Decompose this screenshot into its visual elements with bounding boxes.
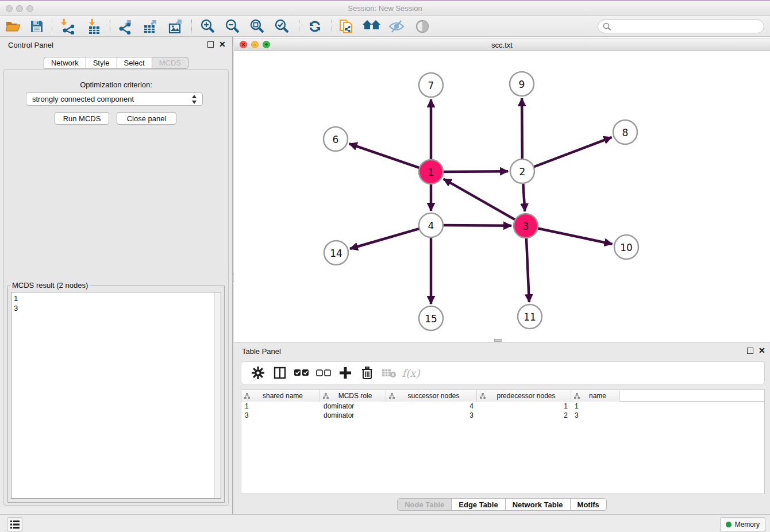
table-row[interactable]: 3dominator323: [241, 411, 764, 420]
graph-node-label-14: 14: [330, 248, 342, 259]
graph-edge-2-8[interactable]: [533, 137, 612, 167]
close-panel-button[interactable]: Close panel: [117, 112, 176, 125]
column-header-successor-nodes[interactable]: successor nodes: [386, 390, 477, 402]
memory-label: Memory: [735, 521, 760, 529]
network-graph[interactable]: 7968124314101511: [234, 51, 770, 342]
graph-edge-3-1[interactable]: [444, 179, 517, 220]
trash-icon[interactable]: [356, 364, 378, 381]
table-cell[interactable]: dominator: [320, 402, 386, 411]
node-table[interactable]: shared nameMCDS rolesuccessor nodesprede…: [241, 390, 765, 494]
mcds-result-textarea[interactable]: 1 3: [11, 292, 221, 499]
network-canvas[interactable]: 7968124314101511: [234, 51, 770, 342]
network-from-file-icon[interactable]: [337, 18, 356, 34]
export-network-icon[interactable]: [116, 18, 135, 34]
optimization-label: Optimization criterion:: [4, 80, 228, 89]
memory-button[interactable]: Memory: [720, 517, 765, 531]
os-titlebar: Session: New Session: [0, 1, 770, 16]
tab-mcds[interactable]: MCDS: [152, 57, 188, 69]
graph-edge-1-2[interactable]: [442, 171, 508, 172]
split-columns-icon[interactable]: [269, 364, 291, 381]
table-panel-title: Table Panel: [242, 347, 281, 356]
graph-edge-2-9[interactable]: [522, 98, 522, 160]
graph-node-label-4: 4: [428, 220, 434, 232]
tab-network-table[interactable]: Network Table: [505, 498, 570, 511]
column-header-name[interactable]: name: [571, 390, 620, 402]
application-window: Session: New Session: [0, 0, 770, 532]
tab-style[interactable]: Style: [86, 57, 117, 69]
tab-select[interactable]: Select: [117, 57, 152, 69]
zoom-fit-icon[interactable]: [247, 18, 267, 34]
open-folder-icon[interactable]: [3, 18, 23, 34]
gear-icon[interactable]: [247, 364, 269, 381]
search-input[interactable]: [611, 21, 764, 32]
export-table-icon[interactable]: [140, 18, 160, 34]
graph-edge-2-3[interactable]: [523, 182, 525, 211]
import-table-icon[interactable]: [84, 18, 103, 34]
unchecked-boxes-icon[interactable]: [313, 364, 334, 381]
scrollbar-track[interactable]: [214, 292, 221, 498]
list-icon: [10, 521, 20, 529]
tab-network[interactable]: Network: [44, 57, 86, 69]
control-panel-title: Control Panel: [8, 41, 53, 49]
table-cell[interactable]: 3: [571, 411, 620, 420]
select-stepper-icon: [191, 94, 198, 105]
delete-table-icon: [378, 364, 400, 381]
zoom-selected-icon[interactable]: [272, 18, 291, 34]
table-body: 1dominator4113dominator323: [241, 402, 764, 420]
memory-status-icon: [726, 522, 732, 527]
table-cell[interactable]: 4: [386, 402, 477, 411]
graph-node-label-8: 8: [622, 127, 629, 138]
home-icon[interactable]: [362, 18, 382, 34]
add-icon[interactable]: [334, 364, 356, 381]
float-panel-icon[interactable]: [207, 41, 214, 48]
export-image-icon[interactable]: [165, 18, 185, 34]
close-table-panel-icon[interactable]: ✕: [759, 346, 765, 355]
graph-edge-4-14[interactable]: [350, 228, 421, 249]
table-header-row: shared nameMCDS rolesuccessor nodesprede…: [241, 390, 764, 402]
graph-edge-3-10[interactable]: [537, 228, 613, 244]
graph-edge-1-6[interactable]: [349, 144, 421, 168]
column-header-predecessor-nodes[interactable]: predecessor nodes: [477, 390, 571, 402]
tab-edge-table[interactable]: Edge Table: [451, 498, 505, 511]
graph-node-label-6: 6: [333, 134, 339, 145]
task-list-button[interactable]: [7, 517, 22, 531]
table-cell[interactable]: 3: [241, 411, 320, 420]
table-cell[interactable]: dominator: [320, 411, 386, 420]
table-cell[interactable]: 1: [477, 402, 571, 411]
criterion-select[interactable]: strongly connected component: [26, 92, 203, 106]
graph-node-label-1: 1: [428, 167, 434, 178]
zoom-in-icon[interactable]: [198, 18, 217, 34]
tab-node-table[interactable]: Node Table: [397, 498, 451, 511]
graph-node-label-11: 11: [523, 311, 536, 323]
table-cell[interactable]: 2: [477, 411, 571, 420]
save-icon[interactable]: [27, 18, 47, 34]
control-panel-tabs: NetworkStyleSelectMCDS: [0, 57, 232, 69]
control-panel: Control Panel ✕ NetworkStyleSelectMCDS O…: [0, 37, 232, 507]
column-header-MCDS-role[interactable]: MCDS role: [320, 390, 386, 402]
table-cell[interactable]: 1: [571, 402, 620, 411]
table-cell[interactable]: 3: [386, 411, 477, 420]
main-toolbar: [0, 16, 770, 37]
close-panel-icon[interactable]: ✕: [219, 40, 226, 49]
column-header-shared-name[interactable]: shared name: [241, 390, 320, 402]
hide-eye-icon[interactable]: [387, 18, 406, 34]
graph-edge-4-3[interactable]: [442, 225, 511, 226]
checked-boxes-icon[interactable]: [291, 364, 313, 381]
contrast-circle-icon[interactable]: [413, 18, 432, 34]
tab-motifs[interactable]: Motifs: [570, 498, 607, 511]
table-panel: Table Panel ✕: [234, 342, 770, 514]
graph-edge-3-11[interactable]: [526, 237, 529, 302]
network-view-window: ✕ − + scc.txt 7968124314101511: [234, 37, 770, 342]
graph-node-label-10: 10: [620, 242, 633, 253]
float-table-panel-icon[interactable]: [747, 348, 753, 354]
network-window-title: scc.txt: [234, 41, 770, 49]
zoom-out-icon[interactable]: [222, 18, 242, 34]
criterion-value: strongly connected component: [32, 95, 134, 103]
search-field[interactable]: [598, 20, 764, 33]
refresh-layout-icon[interactable]: [305, 18, 325, 34]
run-mcds-button[interactable]: Run MCDS: [55, 112, 109, 125]
table-row[interactable]: 1dominator411: [241, 402, 764, 411]
table-cell[interactable]: 1: [241, 402, 320, 411]
graph-node-label-7: 7: [428, 80, 434, 91]
import-network-icon[interactable]: [58, 18, 78, 34]
